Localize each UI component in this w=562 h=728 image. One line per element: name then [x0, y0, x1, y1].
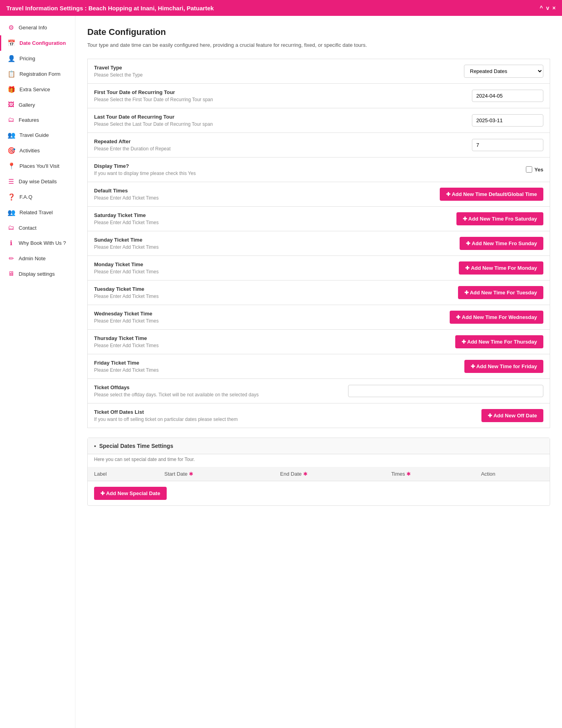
field-hint-tuesday-ticket-time: Please Enter Add Ticket Times: [94, 294, 335, 299]
sidebar-item-extra-service[interactable]: 🎁 Extra Service: [0, 82, 75, 97]
config-row-display-time: Display Time? If you want to display tim…: [88, 157, 550, 182]
sidebar-item-faq[interactable]: ❓ F.A.Q: [0, 189, 75, 205]
sidebar-icon-contact: 🗂: [8, 224, 15, 231]
sidebar-item-why-book-with-us[interactable]: ℹ Why Book With Us ?: [0, 235, 75, 251]
select-travel-type[interactable]: Repeated DatesFixed DatesSpecific Dates: [464, 65, 543, 78]
sidebar-label-general-info: General Info: [19, 25, 47, 31]
config-row-ticket-off-dates-list: Ticket Off Dates List If you want to off…: [88, 403, 550, 428]
config-row-friday-ticket-time: Friday Ticket Time Please Enter Add Tick…: [88, 354, 550, 378]
sidebar-icon-pricing: 👤: [8, 55, 15, 62]
sidebar-icon-extra-service: 🎁: [8, 86, 15, 93]
add-special-date-row: ✚ Add New Special Date: [88, 481, 550, 505]
field-hint-wednesday-ticket-time: Please Enter Add Ticket Times: [94, 318, 335, 324]
header-title: Travel Information Settings : Beach Hopp…: [6, 5, 214, 12]
config-row-default-times: Default Times Please Enter Add Ticket Ti…: [88, 182, 550, 206]
field-label-ticket-off-dates-list: Ticket Off Dates List: [94, 409, 335, 415]
sidebar-item-display-settings[interactable]: 🖥 Display settings: [0, 266, 75, 281]
sidebar-icon-travel-guide: 👥: [8, 131, 15, 139]
input-first-tour-date[interactable]: [472, 90, 543, 102]
sidebar-item-gallery[interactable]: 🖼 Gallery: [0, 97, 75, 112]
sidebar-item-features[interactable]: 🗂 Features: [0, 112, 75, 127]
sidebar-label-why-book-with-us: Why Book With Us ?: [19, 240, 66, 246]
sidebar-icon-why-book-with-us: ℹ: [8, 239, 15, 247]
special-dates-icon: ▪: [94, 443, 96, 449]
sidebar-label-related-travel: Related Travel: [19, 209, 53, 215]
field-hint-repeated-after: Please Enter the Duration of Repeat: [94, 146, 335, 152]
sidebar-label-pricing: Pricing: [19, 56, 35, 61]
input-repeated-after[interactable]: [472, 139, 543, 151]
field-label-first-tour-date: First Tour Date of Recurring Tour: [94, 89, 335, 95]
checkbox-label-display-time[interactable]: Yes: [535, 167, 543, 173]
field-label-monday-ticket-time: Monday Ticket Time: [94, 261, 335, 267]
button-tuesday-ticket-time[interactable]: ✚ Add New Time For Tuesday: [458, 286, 543, 299]
sidebar-icon-gallery: 🖼: [8, 101, 15, 108]
button-default-times[interactable]: ✚ Add New Time Default/Global Time: [440, 188, 543, 201]
field-label-travel-type: Travel Type: [94, 65, 335, 71]
button-friday-ticket-time[interactable]: ✚ Add New Time for Friday: [464, 360, 543, 373]
header-control-down[interactable]: v: [546, 5, 549, 11]
button-wednesday-ticket-time[interactable]: ✚ Add New Time For Wednesday: [450, 311, 543, 324]
sidebar-label-date-configuration: Date Configuration: [19, 40, 66, 46]
header-controls: ^ v ×: [540, 5, 556, 11]
sidebar-label-day-wise-details: Day wise Details: [19, 179, 57, 184]
sidebar-item-date-configuration[interactable]: 📅 Date Configuration: [0, 35, 75, 51]
sidebar-icon-activities: 🎯: [8, 147, 15, 154]
button-thursday-ticket-time[interactable]: ✚ Add New Time For Thursday: [455, 335, 543, 348]
config-row-monday-ticket-time: Monday Ticket Time Please Enter Add Tick…: [88, 255, 550, 280]
sidebar-icon-display-settings: 🖥: [8, 270, 15, 277]
sidebar-icon-registration-form: 📋: [8, 70, 15, 78]
sidebar-item-places-youll-visit[interactable]: 📍 Places You'll Visit: [0, 158, 75, 174]
top-header: Travel Information Settings : Beach Hopp…: [0, 0, 562, 16]
input-last-tour-date[interactable]: [472, 114, 543, 127]
sidebar-item-contact[interactable]: 🗂 Contact: [0, 220, 75, 235]
sidebar-item-related-travel[interactable]: 👥 Related Travel: [0, 205, 75, 220]
special-dates-section: ▪ Special Dates Time Settings Here you c…: [87, 438, 550, 506]
checkbox-display-time[interactable]: [526, 166, 532, 173]
field-label-wednesday-ticket-time: Wednesday Ticket Time: [94, 311, 335, 317]
sidebar-item-day-wise-details[interactable]: ☰ Day wise Details: [0, 174, 75, 189]
sidebar-label-display-settings: Display settings: [19, 271, 55, 277]
sidebar-item-pricing[interactable]: 👤 Pricing: [0, 51, 75, 66]
field-hint-saturday-ticket-time: Please Enter Add Ticket Times: [94, 220, 335, 225]
sidebar-item-general-info[interactable]: ⚙ General Info: [0, 20, 75, 35]
sidebar-icon-places-youll-visit: 📍: [8, 162, 15, 170]
button-ticket-off-dates-list[interactable]: ✚ Add New Off Date: [481, 409, 543, 422]
config-row-ticket-offdays: Ticket Offdays Please select the offday …: [88, 378, 550, 403]
sidebar-label-extra-service: Extra Service: [19, 86, 50, 92]
main-content: Date Configuration Tour type and date ti…: [75, 16, 562, 728]
required-indicator: ✱: [405, 471, 411, 477]
add-new-special-date-button[interactable]: ✚ Add New Special Date: [94, 487, 167, 500]
button-saturday-ticket-time[interactable]: ✚ Add New Time Fro Saturday: [456, 212, 543, 225]
field-hint-thursday-ticket-time: Please Enter Add Ticket Times: [94, 343, 335, 348]
field-hint-last-tour-date: Please Select the Last Tour Date of Recu…: [94, 121, 335, 127]
field-label-tuesday-ticket-time: Tuesday Ticket Time: [94, 286, 335, 292]
config-row-first-tour-date: First Tour Date of Recurring Tour Please…: [88, 83, 550, 108]
config-row-wednesday-ticket-time: Wednesday Ticket Time Please Enter Add T…: [88, 305, 550, 329]
field-label-friday-ticket-time: Friday Ticket Time: [94, 360, 335, 366]
sidebar-item-admin-note[interactable]: ✏ Admin Note: [0, 251, 75, 266]
field-hint-monday-ticket-time: Please Enter Add Ticket Times: [94, 269, 335, 275]
sidebar-icon-features: 🗂: [8, 116, 15, 123]
config-row-tuesday-ticket-time: Tuesday Ticket Time Please Enter Add Tic…: [88, 280, 550, 305]
special-dates-table: LabelStart Date ✱End Date ✱Times ✱Action: [88, 467, 550, 481]
offdays-input[interactable]: [348, 385, 543, 397]
sidebar-icon-day-wise-details: ☰: [8, 178, 15, 185]
sidebar-item-registration-form[interactable]: 📋 Registration Form: [0, 66, 75, 82]
special-table-header-action: Action: [475, 467, 550, 481]
field-hint-first-tour-date: Please Select the First Tour Date of Rec…: [94, 97, 335, 102]
config-table: Travel Type Please Select the Type Repea…: [87, 59, 550, 428]
field-hint-ticket-offdays: Please select the offday days. Ticket wi…: [94, 392, 335, 398]
field-label-sunday-ticket-time: Sunday Ticket Time: [94, 237, 335, 243]
special-dates-desc: Here you can set special date and time f…: [88, 454, 550, 467]
button-monday-ticket-time[interactable]: ✚ Add New Time For Monday: [459, 261, 543, 275]
button-sunday-ticket-time[interactable]: ✚ Add New Time Fro Sunday: [460, 237, 543, 250]
sidebar-item-activities[interactable]: 🎯 Activities: [0, 143, 75, 158]
field-label-saturday-ticket-time: Saturday Ticket Time: [94, 212, 335, 218]
field-label-display-time: Display Time?: [94, 163, 335, 169]
header-control-up[interactable]: ^: [540, 5, 543, 11]
sidebar-item-travel-guide[interactable]: 👥 Travel Guide: [0, 127, 75, 143]
sidebar-icon-date-configuration: 📅: [8, 39, 15, 47]
header-control-close[interactable]: ×: [552, 5, 556, 11]
sidebar-label-features: Features: [19, 117, 39, 123]
sidebar-label-places-youll-visit: Places You'll Visit: [19, 163, 60, 169]
